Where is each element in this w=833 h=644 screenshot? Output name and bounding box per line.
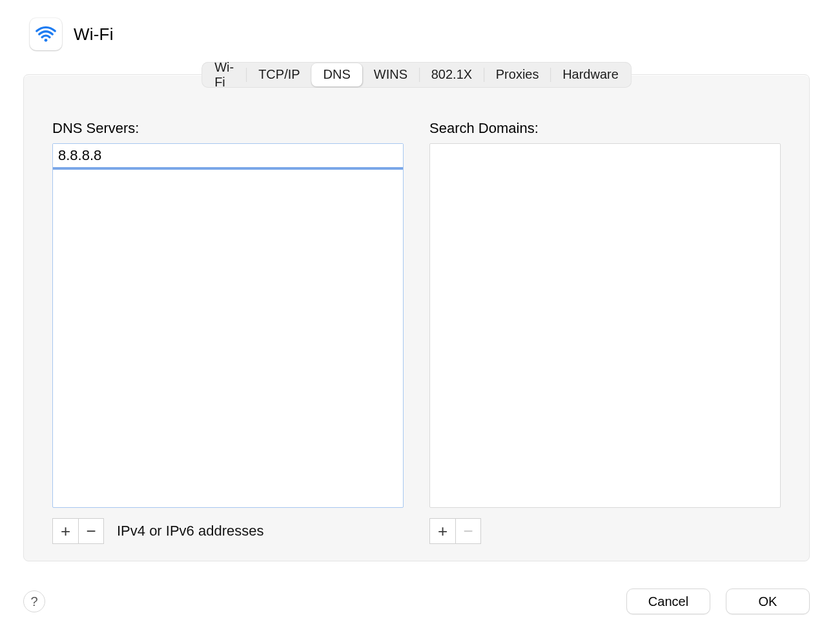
search-domains-label: Search Domains: [429, 120, 781, 137]
cancel-button[interactable]: Cancel [626, 589, 710, 614]
page-title: Wi-Fi [74, 25, 114, 45]
footer-buttons: Cancel OK [626, 589, 810, 614]
tab-proxies[interactable]: Proxies [484, 63, 551, 86]
dns-server-input[interactable] [53, 144, 403, 170]
tab-tcpip[interactable]: TCP/IP [247, 63, 311, 86]
tab-wifi[interactable]: Wi-Fi [203, 56, 246, 94]
settings-panel: DNS Servers: + − IPv4 or IPv6 addresses … [23, 74, 810, 561]
svg-point-0 [45, 39, 48, 42]
dns-servers-add-button[interactable]: + [52, 518, 78, 544]
tab-bar: Wi-Fi TCP/IP DNS WINS 802.1X Proxies Har… [201, 62, 632, 88]
dns-address-hint: IPv4 or IPv6 addresses [117, 523, 263, 539]
dns-servers-remove-button[interactable]: − [78, 518, 104, 544]
dns-servers-label: DNS Servers: [52, 120, 404, 137]
search-domains-listbox[interactable] [429, 143, 781, 508]
tab-hardware[interactable]: Hardware [551, 63, 630, 86]
search-domains-remove-button[interactable]: − [455, 518, 481, 544]
window-header: Wi-Fi [0, 0, 833, 50]
tab-dns[interactable]: DNS [312, 63, 362, 86]
tab-8021x[interactable]: 802.1X [420, 63, 484, 86]
dns-servers-column: DNS Servers: + − IPv4 or IPv6 addresses [52, 120, 404, 544]
search-domains-stepper: + − [429, 518, 481, 544]
dns-servers-listbox[interactable] [52, 143, 404, 508]
footer: ? Cancel OK [23, 589, 810, 614]
search-domains-add-button[interactable]: + [429, 518, 455, 544]
search-domains-column: Search Domains: + − [429, 120, 781, 544]
dns-servers-stepper: + − [52, 518, 104, 544]
help-button[interactable]: ? [23, 590, 45, 612]
ok-button[interactable]: OK [726, 589, 810, 614]
wifi-icon [30, 18, 62, 50]
tab-wins[interactable]: WINS [362, 63, 419, 86]
